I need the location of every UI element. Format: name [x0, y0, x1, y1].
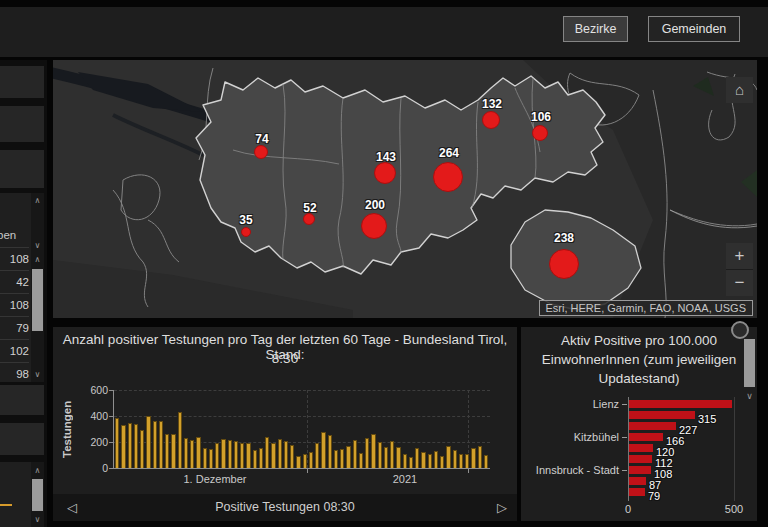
bar-day[interactable]	[415, 448, 419, 468]
bar-district[interactable]	[628, 400, 732, 408]
bar-day[interactable]	[115, 418, 119, 468]
tirol-map[interactable]: 741321061432645220035238 ⌂ + − Esri, HER…	[53, 60, 757, 318]
bar-day[interactable]	[384, 447, 388, 468]
bar-day[interactable]	[434, 451, 438, 468]
bar-day[interactable]	[346, 446, 350, 468]
bar-day[interactable]	[409, 457, 413, 468]
bar-day[interactable]	[440, 456, 444, 468]
bar-day[interactable]	[484, 455, 488, 468]
expand-icon[interactable]	[731, 321, 749, 339]
bar-day[interactable]	[340, 449, 344, 468]
bezirke-button[interactable]: Bezirke	[563, 16, 628, 42]
bar-day[interactable]	[146, 416, 150, 468]
map-bubble[interactable]	[374, 162, 396, 184]
scroll-up-icon[interactable]: ∧	[31, 196, 44, 205]
sidebar-widget[interactable]	[0, 106, 44, 142]
map-bubble[interactable]	[532, 125, 548, 141]
bar-day[interactable]	[328, 435, 332, 468]
bar-day[interactable]	[334, 450, 338, 468]
bar-day[interactable]	[165, 434, 169, 468]
bar-day[interactable]	[290, 445, 294, 468]
bar-day[interactable]	[421, 452, 425, 468]
scroll-down-icon[interactable]: ∨	[31, 241, 44, 250]
sidebar-widget[interactable]	[0, 66, 44, 98]
bar-day[interactable]	[353, 440, 357, 468]
bar-day[interactable]	[228, 440, 232, 468]
bar-day[interactable]	[378, 442, 382, 468]
bar-day[interactable]	[271, 443, 275, 468]
carousel-next-icon[interactable]: ▷	[497, 494, 507, 521]
bar-day[interactable]	[278, 439, 282, 468]
bar-day[interactable]	[365, 438, 369, 468]
bar-district[interactable]	[628, 455, 652, 463]
bar-day[interactable]	[134, 424, 138, 468]
bar-day[interactable]	[446, 446, 450, 468]
scroll-down-icon[interactable]: ∨	[31, 370, 44, 379]
bar-district[interactable]	[628, 477, 646, 485]
bar-day[interactable]	[253, 450, 257, 468]
bar-district[interactable]	[628, 466, 651, 474]
list-item[interactable]: 108	[0, 293, 29, 317]
map-bubble[interactable]	[361, 213, 387, 239]
bar-day[interactable]	[153, 421, 157, 468]
bar-day[interactable]	[396, 447, 400, 468]
bar-day[interactable]	[359, 453, 363, 468]
bar-day[interactable]	[403, 454, 407, 468]
bar-day[interactable]	[240, 443, 244, 468]
bar-day[interactable]	[209, 449, 213, 468]
bar-day[interactable]	[459, 454, 463, 468]
scrollbar-thumb[interactable]	[32, 479, 43, 511]
bar-day[interactable]	[465, 454, 469, 468]
bar-day[interactable]	[259, 448, 263, 468]
sidebar-widget[interactable]	[0, 423, 44, 455]
bar-day[interactable]	[390, 441, 394, 468]
bar-day[interactable]	[478, 446, 482, 468]
bar-day[interactable]	[190, 440, 194, 468]
bar-day[interactable]	[203, 448, 207, 468]
map-bubble[interactable]	[549, 249, 579, 279]
bar-day[interactable]	[428, 454, 432, 468]
bar-day[interactable]	[309, 452, 313, 468]
bar-day[interactable]	[265, 437, 269, 468]
bar-day[interactable]	[296, 456, 300, 468]
scroll-up-icon[interactable]: ∧	[31, 466, 44, 475]
bar-day[interactable]	[221, 439, 225, 468]
bar-day[interactable]	[159, 421, 163, 468]
bar-day[interactable]	[234, 441, 238, 468]
bar-day[interactable]	[303, 454, 307, 468]
list-item[interactable]: 108	[0, 247, 29, 271]
bar-day[interactable]	[453, 450, 457, 468]
bar-day[interactable]	[371, 434, 375, 468]
bar-day[interactable]	[140, 430, 144, 468]
bar-district[interactable]	[628, 488, 645, 496]
bar-day[interactable]	[321, 432, 325, 468]
bar-district[interactable]	[628, 411, 695, 419]
bar-day[interactable]	[121, 425, 125, 468]
map-bubble[interactable]	[482, 111, 500, 129]
list-item[interactable]: 42	[0, 270, 29, 294]
bar-day[interactable]	[284, 441, 288, 468]
bar-day[interactable]	[178, 412, 182, 468]
bar-district[interactable]	[628, 433, 663, 441]
map-bubble[interactable]	[254, 145, 268, 159]
map-bubble[interactable]	[241, 227, 251, 237]
bar-district[interactable]	[628, 422, 676, 430]
bar-day[interactable]	[246, 443, 250, 468]
scroll-down-icon[interactable]: ∨	[31, 515, 44, 524]
bar-district[interactable]	[628, 444, 653, 452]
carousel-prev-icon[interactable]: ◁	[67, 494, 77, 521]
zoom-in-button[interactable]: +	[726, 243, 753, 270]
bar-day[interactable]	[471, 448, 475, 468]
bar-day[interactable]	[128, 423, 132, 468]
zoom-out-button[interactable]: −	[726, 270, 753, 296]
list-item[interactable]: 98	[0, 362, 29, 382]
scrollbar-thumb[interactable]	[32, 269, 43, 331]
sidebar-widget[interactable]	[0, 150, 44, 188]
home-icon[interactable]: ⌂	[726, 77, 753, 103]
bar-day[interactable]	[215, 443, 219, 468]
bar-day[interactable]	[184, 438, 188, 468]
bar-day[interactable]	[315, 443, 319, 468]
list-item[interactable]: 102	[0, 339, 29, 363]
bar-day[interactable]	[171, 434, 175, 468]
scrollbar-thumb[interactable]	[744, 339, 755, 387]
